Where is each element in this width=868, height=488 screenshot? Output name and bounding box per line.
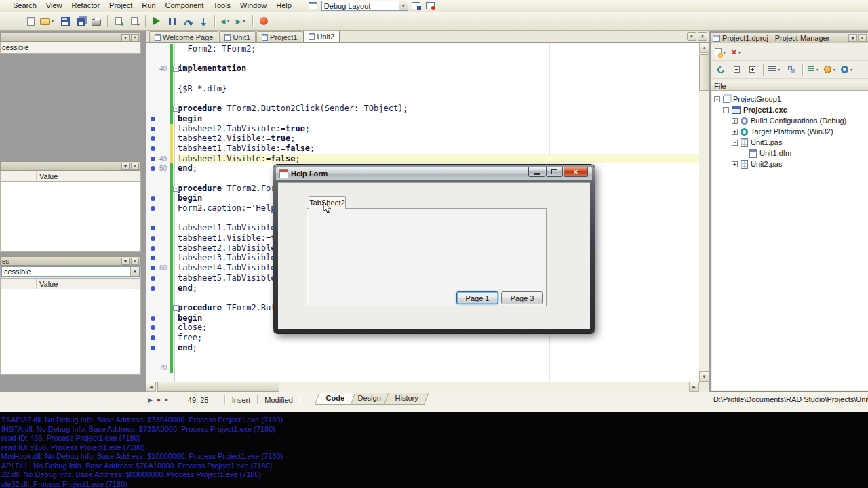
dropdown-arrow-icon[interactable]: [776, 62, 782, 77]
code-line[interactable]: tabsheet2.TabVisible:=true;: [146, 124, 699, 134]
code-line[interactable]: 49tabsheet1.Visible:=false;: [146, 154, 699, 164]
collapse-all-button[interactable]: [729, 62, 744, 77]
breakpoint-dot-icon[interactable]: [151, 127, 155, 131]
dropdown-arrow-icon[interactable]: [225, 14, 231, 28]
minimize-button[interactable]: [528, 167, 545, 177]
breakpoint-dot-icon[interactable]: [151, 325, 155, 330]
tree-item-projectgroup1[interactable]: -ProjectGroup1: [712, 94, 868, 104]
menu-item-window[interactable]: Window: [235, 0, 271, 12]
collapse-icon[interactable]: -: [723, 107, 729, 113]
panel-pin-icon[interactable]: ▼: [121, 34, 130, 41]
value-column-header[interactable]: Value: [37, 172, 58, 180]
value-column-header[interactable]: Value: [37, 280, 58, 288]
remove-item-button[interactable]: [730, 45, 745, 59]
close-button[interactable]: [564, 167, 588, 177]
code-line[interactable]: 40-implementation: [146, 64, 699, 74]
pause-button[interactable]: [165, 14, 180, 28]
fold-marker-icon[interactable]: -: [173, 186, 179, 192]
platform-button[interactable]: [840, 62, 856, 77]
name-column-header[interactable]: [1, 171, 37, 181]
panel-c-header[interactable]: es ▼×: [0, 256, 141, 266]
code-line[interactable]: {$R *.dfm}: [146, 84, 699, 94]
panel-pin-icon[interactable]: ▼: [121, 163, 130, 170]
combo-dropdown-icon[interactable]: [399, 1, 408, 10]
code-line[interactable]: [146, 94, 699, 104]
layout-button[interactable]: [307, 0, 319, 12]
run-button[interactable]: [149, 14, 164, 28]
dropdown-arrow-icon[interactable]: [722, 45, 728, 59]
dropdown-arrow-icon[interactable]: [831, 62, 837, 77]
expand-icon[interactable]: +: [732, 129, 738, 135]
macro-stop-icon[interactable]: [165, 396, 168, 403]
context-combo[interactable]: cessible: [1, 266, 140, 277]
tree-item-unit1-dfm[interactable]: Unit1.dfm: [712, 148, 868, 159]
add-new-item-button[interactable]: [713, 45, 729, 59]
code-line[interactable]: Form2: TForm2;: [146, 44, 699, 54]
dropdown-arrow-icon[interactable]: [814, 62, 821, 77]
status-tab-history[interactable]: History: [384, 393, 429, 405]
collapse-icon[interactable]: -: [714, 96, 720, 102]
editor-tab-project1[interactable]: Project1: [256, 31, 302, 42]
trace-into-button[interactable]: [196, 14, 211, 28]
back-button[interactable]: [218, 14, 233, 28]
name-column-header[interactable]: [1, 279, 37, 289]
code-line[interactable]: tabsheet2.Visible:=true;: [146, 134, 699, 144]
sort-button[interactable]: [806, 62, 822, 77]
save-button[interactable]: [58, 14, 73, 28]
panel-a-header[interactable]: ▼×: [0, 33, 141, 42]
menu-item-project[interactable]: Project: [104, 0, 137, 12]
horizontal-scroll-thumb[interactable]: [157, 382, 279, 392]
code-line[interactable]: [146, 54, 699, 64]
menu-item-refactor[interactable]: Refactor: [67, 0, 105, 12]
breakpoint-dot-icon[interactable]: [151, 246, 155, 251]
vertical-scrollbar[interactable]: ▲ ▼: [699, 43, 709, 382]
menu-item-tools[interactable]: Tools: [208, 0, 235, 12]
add-file-button[interactable]: [111, 14, 126, 28]
file-column-header[interactable]: File: [711, 81, 868, 91]
remove-file-button[interactable]: [127, 14, 142, 28]
panel-b-body[interactable]: [0, 182, 141, 252]
code-line[interactable]: begin: [146, 114, 699, 124]
code-line[interactable]: -procedure TForm2.Button2Click(Sender: T…: [146, 104, 699, 114]
expand-icon[interactable]: +: [732, 118, 738, 124]
fold-marker-icon[interactable]: -: [173, 66, 179, 72]
view-list-button[interactable]: [767, 62, 783, 77]
panel-pin-icon[interactable]: ▼: [121, 258, 130, 265]
tab-list-dropdown-icon[interactable]: [687, 32, 696, 41]
panel-pin-icon[interactable]: ▼: [848, 34, 857, 42]
code-line[interactable]: [146, 352, 699, 363]
breakpoint-dot-icon[interactable]: [151, 196, 155, 201]
scroll-down-icon[interactable]: ▼: [699, 371, 709, 382]
tree-item-unit2-pas[interactable]: +Unit2.pas: [712, 159, 868, 169]
breakpoint-dot-icon[interactable]: [151, 256, 155, 260]
code-line[interactable]: [146, 74, 699, 84]
new-file-button[interactable]: [23, 14, 38, 28]
breakpoint-dot-icon[interactable]: [151, 146, 155, 151]
code-line[interactable]: tabsheet1.TabVisible:=false;: [146, 144, 699, 154]
macro-playback-icon[interactable]: [148, 396, 153, 403]
page-3-button[interactable]: Page 3: [501, 291, 543, 304]
macro-record-icon[interactable]: [157, 396, 161, 403]
expand-icon[interactable]: +: [732, 161, 738, 167]
panel-close-icon[interactable]: ×: [858, 34, 867, 42]
help-insight-button[interactable]: [256, 14, 271, 28]
breakpoint-dot-icon[interactable]: [151, 276, 155, 281]
menu-item-search[interactable]: Search: [8, 0, 41, 12]
tree-item-target-platforms-win32-[interactable]: +Target Platforms (Win32): [712, 126, 868, 137]
breakpoint-dot-icon[interactable]: [151, 117, 155, 121]
breakpoint-dot-icon[interactable]: [151, 157, 155, 161]
panel-a-row[interactable]: cessible: [0, 42, 141, 54]
code-line[interactable]: free;: [146, 333, 699, 343]
project-manager-titlebar[interactable]: Project1.dproj - Project Manager ▼×: [711, 33, 868, 43]
page-1-button[interactable]: Page 1: [456, 291, 498, 304]
breakpoint-dot-icon[interactable]: [151, 346, 155, 350]
code-line[interactable]: end;: [146, 343, 699, 353]
step-over-button[interactable]: [180, 14, 195, 28]
breakpoint-dot-icon[interactable]: [151, 206, 155, 211]
dropdown-arrow-icon[interactable]: [736, 45, 743, 59]
horizontal-scrollbar[interactable]: ◀ ▶: [146, 382, 699, 392]
breakpoint-dot-icon[interactable]: [151, 226, 155, 230]
editor-close-icon[interactable]: [698, 32, 707, 41]
panel-c-body[interactable]: [0, 289, 141, 375]
refresh-button[interactable]: [713, 62, 728, 77]
